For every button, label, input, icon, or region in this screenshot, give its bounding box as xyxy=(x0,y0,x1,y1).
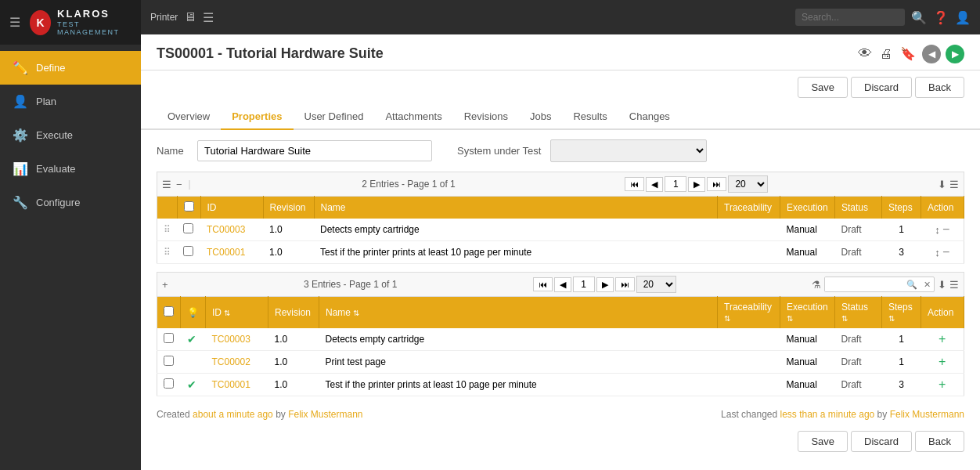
tab-attachments[interactable]: Attachments xyxy=(374,104,452,130)
th-steps: Steps xyxy=(882,197,921,219)
row-checkbox[interactable] xyxy=(164,333,174,343)
first-page-button-b[interactable]: ⏮ xyxy=(533,277,553,291)
row-checkbox-cell xyxy=(157,351,181,374)
add-button[interactable]: + xyxy=(939,378,946,391)
move-up-icon[interactable]: ↕ xyxy=(935,224,940,236)
tab-results[interactable]: Results xyxy=(562,104,618,130)
row-checkbox[interactable] xyxy=(183,246,193,256)
export-icon[interactable]: ⬇ xyxy=(938,179,946,190)
user-icon[interactable]: 👤 xyxy=(955,10,971,25)
back-button-top[interactable]: Back xyxy=(915,77,964,98)
name-input[interactable] xyxy=(197,140,432,161)
filter-icon[interactable]: ⚗ xyxy=(812,279,821,291)
printer-icon1[interactable]: 🖥 xyxy=(184,10,196,24)
next-page-button-b[interactable]: ▶ xyxy=(596,277,614,292)
back-arrow-button[interactable]: ◀ xyxy=(922,45,941,63)
id-link[interactable]: TC00003 xyxy=(207,224,245,235)
save-button-bottom[interactable]: Save xyxy=(798,431,848,452)
id-link[interactable]: TC00001 xyxy=(207,247,245,258)
tab-changes[interactable]: Changes xyxy=(618,104,681,130)
page-size-select-b[interactable]: 20 50 100 xyxy=(636,276,676,293)
bth-id[interactable]: ID ⇅ xyxy=(206,297,268,329)
move-up-icon[interactable]: ↕ xyxy=(935,247,940,258)
row-checkbox[interactable] xyxy=(183,223,193,233)
page-number-input[interactable] xyxy=(665,176,686,192)
configure-icon: 🔧 xyxy=(13,195,28,210)
sidebar-item-plan[interactable]: 👤 Plan xyxy=(0,85,141,118)
help-icon[interactable]: ❓ xyxy=(933,10,949,25)
tab-revisions[interactable]: Revisions xyxy=(453,104,519,130)
printer-icon2[interactable]: ☰ xyxy=(203,10,214,25)
row-checkbox[interactable] xyxy=(164,378,174,389)
bth-name[interactable]: Name ⇅ xyxy=(319,297,718,329)
next-page-button[interactable]: ▶ xyxy=(688,177,705,192)
tab-user-defined[interactable]: User Defined xyxy=(294,104,375,130)
top-table: ID Revision Name Traceability Execution … xyxy=(157,196,964,264)
columns-icon-b[interactable]: ☰ xyxy=(949,279,959,291)
row-checkbox[interactable] xyxy=(164,356,174,366)
bottom-search-input[interactable] xyxy=(825,277,903,291)
select-all-checkbox-bottom[interactable] xyxy=(164,306,174,316)
changed-time-link[interactable]: less than a minute ago xyxy=(780,409,875,420)
sidebar-item-configure[interactable]: 🔧 Configure xyxy=(0,186,141,219)
bth-revision[interactable]: Revision xyxy=(268,297,319,329)
bth-steps[interactable]: Steps ⇅ xyxy=(882,297,921,329)
page-size-select[interactable]: 20 50 100 xyxy=(728,175,768,193)
id-link[interactable]: TC00003 xyxy=(212,334,250,345)
last-page-button-b[interactable]: ⏭ xyxy=(615,277,635,291)
forward-arrow-button[interactable]: ▶ xyxy=(946,45,964,63)
save-button-top[interactable]: Save xyxy=(798,77,848,98)
tab-overview[interactable]: Overview xyxy=(157,104,221,130)
bth-status[interactable]: Status ⇅ xyxy=(835,297,882,329)
drag-handle[interactable]: ⠿ xyxy=(164,247,171,258)
search-go-icon[interactable]: 🔍 xyxy=(903,278,921,291)
global-search-input[interactable] xyxy=(795,9,905,26)
columns-icon[interactable]: ☰ xyxy=(949,179,959,190)
print-button[interactable]: 🖨 xyxy=(878,45,894,63)
list-icon[interactable]: ☰ xyxy=(162,179,171,190)
first-page-button[interactable]: ⏮ xyxy=(625,177,644,191)
select-all-checkbox-top[interactable] xyxy=(184,201,194,212)
add-button[interactable]: + xyxy=(939,355,946,368)
th-traceability: Traceability xyxy=(718,197,780,219)
drag-handle[interactable]: ⠿ xyxy=(164,224,171,235)
last-page-button[interactable]: ⏭ xyxy=(707,177,726,191)
tab-properties[interactable]: Properties xyxy=(221,104,293,130)
created-time-link[interactable]: about a minute ago xyxy=(193,409,273,420)
hamburger-icon[interactable]: ☰ xyxy=(9,15,20,30)
export-icon-b[interactable]: ⬇ xyxy=(938,279,946,291)
row-checkbox-cell xyxy=(157,328,181,351)
created-by-link[interactable]: Felix Mustermann xyxy=(288,409,362,420)
sidebar-item-label: Plan xyxy=(36,96,56,107)
tab-jobs[interactable]: Jobs xyxy=(519,104,562,130)
discard-button-top[interactable]: Discard xyxy=(851,77,912,98)
id-link[interactable]: TC00001 xyxy=(212,379,250,390)
changed-info: Last changed less than a minute ago by F… xyxy=(721,409,964,420)
prev-page-button[interactable]: ◀ xyxy=(646,177,663,192)
discard-button-bottom[interactable]: Discard xyxy=(851,431,912,452)
sidebar-item-execute[interactable]: ⚙️ Execute xyxy=(0,118,141,152)
search-icon[interactable]: 🔍 xyxy=(911,10,927,25)
prev-page-button-b[interactable]: ◀ xyxy=(554,277,571,292)
remove-button[interactable]: − xyxy=(942,222,949,236)
preview-button[interactable]: 👁 xyxy=(856,44,874,63)
changed-by-link[interactable]: Felix Mustermann xyxy=(890,409,964,420)
drag-cell: ⠿ xyxy=(157,241,178,264)
search-box: 🔍 ✕ xyxy=(824,277,935,292)
add-button[interactable]: + xyxy=(939,332,946,345)
back-button-bottom[interactable]: Back xyxy=(915,431,964,452)
sidebar-item-define[interactable]: ✏️ Define xyxy=(0,51,141,85)
remove-button[interactable]: − xyxy=(942,245,949,258)
sidebar-header: ☰ K KLAROS TEST MANAGEMENT xyxy=(0,0,141,45)
id-link[interactable]: TC00002 xyxy=(212,356,250,367)
cell-execution: Manual xyxy=(780,328,835,351)
sidebar-item-evaluate[interactable]: 📊 Evaluate xyxy=(0,152,141,186)
bth-traceability[interactable]: Traceability ⇅ xyxy=(718,297,780,329)
page-number-input-b[interactable] xyxy=(573,277,595,292)
add-icon[interactable]: + xyxy=(162,279,168,291)
bookmark-button[interactable]: 🔖 xyxy=(899,45,917,63)
bth-execution[interactable]: Execution ⇅ xyxy=(780,297,835,329)
search-clear-icon[interactable]: ✕ xyxy=(921,278,934,291)
minus-icon[interactable]: − xyxy=(176,179,182,190)
system-select[interactable] xyxy=(550,139,707,162)
